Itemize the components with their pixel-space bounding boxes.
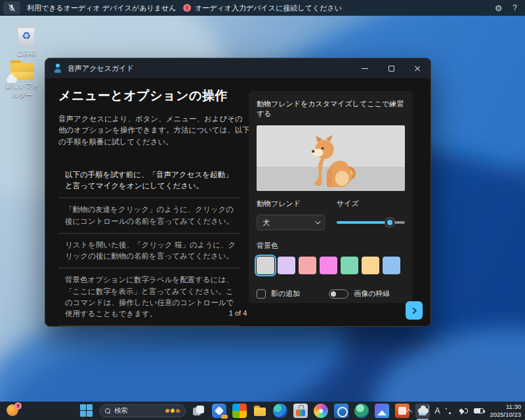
step-item: リストを開いた後、「クリック 猫」のように、クリックの後に動物の名前を言ってみて… bbox=[58, 234, 240, 269]
taskbar: 9 検索 bbox=[0, 402, 525, 420]
voice-access-bar: 利用できるオーディオ デバイスがありません ! オーディオ入力デバイスに接続して… bbox=[0, 0, 525, 16]
step-item: 色を選択するには、クリックの後に数字を入力してみてください。 bbox=[58, 326, 240, 327]
recycle-bin-desktop-icon[interactable]: ♻ ごみ箱 bbox=[5, 22, 47, 58]
voice-access-app-icon bbox=[53, 64, 62, 73]
step-item: 「動物の友達をクリック」のように、クリックの後にコントロールの名前を言ってみてく… bbox=[58, 198, 240, 234]
animal-size-controls: 動物フレンド 犬 サイズ bbox=[257, 199, 405, 230]
battery-icon[interactable] bbox=[474, 408, 484, 413]
clock-time: 11:30 bbox=[490, 403, 521, 411]
close-icon bbox=[414, 65, 421, 72]
background-color-label: 背景色 bbox=[257, 241, 405, 251]
recycle-arrows-icon: ♻ bbox=[15, 30, 37, 42]
color-swatch-blue[interactable] bbox=[383, 257, 400, 274]
dog-illustration bbox=[299, 133, 362, 188]
maximize-button[interactable] bbox=[378, 58, 404, 78]
step-item: 背景色オプションに数字ラベルを配置するには、「ここに数字を表示」と言ってみてくだ… bbox=[58, 268, 240, 326]
intro-paragraph: 音声アクセスにより、ボタン、メニュー、およびその他のオプションを操作できます。方… bbox=[58, 114, 250, 148]
border-label: 画像の枠線 bbox=[354, 289, 390, 299]
color-swatch-salmon[interactable] bbox=[299, 257, 316, 274]
onedrive-cloud-icon bbox=[7, 77, 17, 83]
edge-browser-button[interactable] bbox=[273, 404, 287, 418]
practice-card-label: 動物フレンドをカスタマイズしてここで練習する bbox=[257, 99, 405, 119]
page-indicator: 1 of 4 bbox=[45, 309, 430, 317]
chevron-down-icon bbox=[315, 219, 320, 224]
audio-status-text: 利用できるオーディオ デバイスがありません bbox=[27, 3, 176, 13]
alert-badge-icon: ! bbox=[183, 4, 191, 12]
taskbar-center: 検索 bbox=[80, 404, 430, 418]
folder-desktop-icon[interactable]: 新しいフォルダー bbox=[3, 60, 42, 100]
recycle-bin-label: ごみ箱 bbox=[16, 49, 36, 58]
size-group: サイズ bbox=[337, 199, 405, 230]
animal-friend-value: 犬 bbox=[262, 218, 270, 228]
search-text: 検索 bbox=[114, 406, 128, 415]
volume-icon[interactable] bbox=[459, 408, 468, 414]
app-blue-shield[interactable] bbox=[212, 404, 226, 418]
window-titlebar[interactable]: 音声アクセスガイド bbox=[45, 58, 430, 78]
globe-app-button[interactable] bbox=[354, 404, 369, 418]
window-controls bbox=[352, 58, 430, 78]
notification-badge: 9 bbox=[14, 402, 22, 410]
practice-card: 動物フレンドをカスタマイズしてここで練習する bbox=[249, 91, 413, 303]
close-button[interactable] bbox=[404, 58, 430, 78]
shadow-option[interactable]: 影の追加 bbox=[257, 289, 300, 299]
slider-fill bbox=[337, 221, 390, 224]
start-button[interactable] bbox=[80, 404, 93, 417]
task-view-button[interactable] bbox=[192, 404, 206, 418]
file-explorer-button[interactable] bbox=[253, 404, 267, 418]
photos-app-button[interactable] bbox=[314, 404, 328, 418]
wifi-icon[interactable] bbox=[446, 408, 453, 414]
window-content: メニューとオプションの操作 音声アクセスにより、ボタン、メニュー、およびその他の… bbox=[45, 78, 430, 326]
folder-icon bbox=[9, 60, 35, 80]
shadow-checkbox[interactable] bbox=[257, 289, 266, 299]
page-title: メニューとオプションの操作 bbox=[58, 87, 250, 104]
chevron-right-icon bbox=[410, 307, 417, 314]
step-item: 以下の手順を試す前に、「音声アクセスを起動」と言ってマイクをオンにしてください。 bbox=[58, 163, 240, 199]
background-color-swatches bbox=[257, 257, 405, 274]
microphone-muted-button[interactable] bbox=[3, 1, 20, 14]
color-swatch-mint[interactable] bbox=[341, 257, 358, 274]
color-swatch-pink[interactable] bbox=[320, 257, 337, 274]
gallery-app-button[interactable] bbox=[375, 404, 389, 418]
settings-gear-icon[interactable]: ⚙ bbox=[495, 4, 503, 12]
animal-friend-label: 動物フレンド bbox=[257, 199, 327, 209]
search-icon bbox=[105, 408, 110, 413]
color-swatch-lavender[interactable] bbox=[278, 257, 295, 274]
slider-thumb[interactable] bbox=[385, 218, 394, 227]
microsoft-365-app[interactable] bbox=[232, 404, 247, 418]
shadow-label: 影の追加 bbox=[271, 289, 300, 299]
size-label: サイズ bbox=[337, 199, 405, 209]
search-box[interactable]: 検索 bbox=[99, 404, 186, 417]
ime-indicator[interactable]: A bbox=[434, 406, 440, 415]
animal-friend-dropdown[interactable]: 犬 bbox=[257, 215, 325, 230]
search-seasonal-decoration bbox=[165, 409, 180, 413]
onedrive-tray-icon[interactable] bbox=[418, 408, 429, 413]
audio-alert: ! オーディオ入力デバイスに接続してください bbox=[183, 3, 342, 13]
color-swatch-peach[interactable] bbox=[362, 257, 379, 274]
outlook-button[interactable] bbox=[334, 404, 348, 418]
animal-preview-stage bbox=[257, 125, 405, 191]
widgets-button[interactable]: 9 bbox=[7, 404, 20, 417]
next-page-button[interactable] bbox=[406, 301, 423, 320]
voicebar-actions: ⚙ ? bbox=[495, 3, 517, 12]
image-border-toggle[interactable] bbox=[329, 289, 348, 299]
toggle-knob bbox=[331, 291, 336, 297]
clock-date: 2025/10/23 bbox=[490, 411, 521, 419]
minimize-button[interactable] bbox=[352, 58, 378, 78]
recycle-bin-icon: ♻ bbox=[15, 22, 37, 47]
maximize-icon bbox=[388, 66, 394, 72]
window-title: 音声アクセスガイド bbox=[68, 64, 134, 74]
image-options: 影の追加 画像の枠線 bbox=[257, 289, 405, 299]
guide-text-panel: メニューとオプションの操作 音声アクセスにより、ボタン、メニュー、およびその他の… bbox=[58, 87, 250, 327]
minimize-icon bbox=[362, 68, 368, 69]
recycle-bin-rim bbox=[15, 25, 37, 28]
desktop-screen: 利用できるオーディオ デバイスがありません ! オーディオ入力デバイスに接続して… bbox=[0, 0, 525, 420]
size-slider[interactable] bbox=[337, 215, 405, 230]
microsoft-store-button[interactable] bbox=[293, 404, 308, 418]
mic-muted-icon bbox=[8, 4, 16, 12]
folder-label: 新しいフォルダー bbox=[3, 81, 42, 100]
help-button[interactable]: ? bbox=[513, 3, 517, 12]
color-swatch-gray[interactable] bbox=[257, 257, 274, 274]
steps-list: 以下の手順を試す前に、「音声アクセスを起動」と言ってマイクをオンにしてください。… bbox=[58, 163, 240, 327]
border-option[interactable]: 画像の枠線 bbox=[329, 289, 390, 299]
taskbar-clock[interactable]: 11:30 2025/10/23 bbox=[490, 403, 521, 419]
